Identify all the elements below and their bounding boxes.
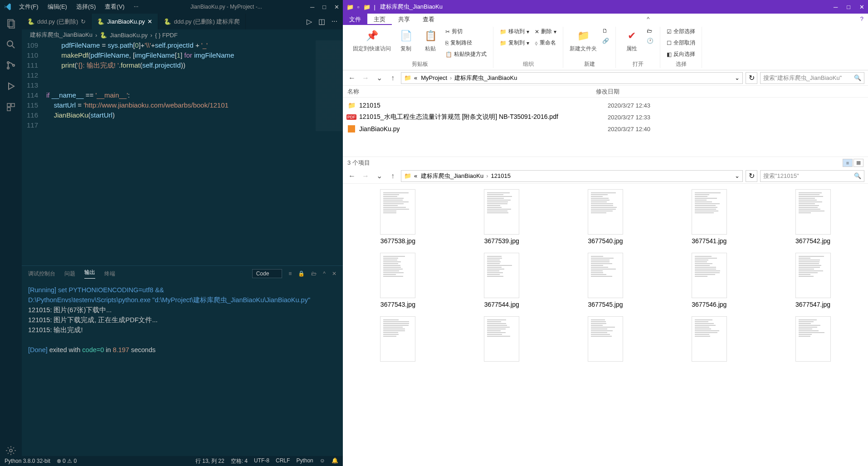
- crumb[interactable]: 建标库爬虫_JianBiaoKu: [454, 74, 518, 82]
- explorer-icon[interactable]: [5, 18, 16, 29]
- thumbnail-item[interactable]: 3677543.jpg: [348, 253, 448, 308]
- close-icon[interactable]: ✕: [334, 4, 339, 10]
- status-ln-col[interactable]: 行 13, 列 22: [195, 457, 224, 465]
- copy-button[interactable]: 📄复制: [395, 27, 417, 54]
- breadcrumb[interactable]: 建标库爬虫_JianBiaoKu› 🐍JianBiaoKu.py› { } FP…: [22, 29, 343, 40]
- paste-button[interactable]: 📋粘贴: [419, 27, 442, 54]
- nav-up-icon[interactable]: ↑: [387, 171, 398, 181]
- status-eol[interactable]: CRLF: [276, 457, 290, 465]
- col-name[interactable]: 名称: [347, 88, 596, 96]
- status-encoding[interactable]: UTF-8: [254, 457, 269, 465]
- view-details-icon[interactable]: ≡: [843, 159, 853, 167]
- thumbnail-item[interactable]: [763, 316, 863, 362]
- quick-icon[interactable]: ▫: [357, 4, 360, 10]
- status-feedback-icon[interactable]: ☺: [320, 457, 325, 465]
- selectnone-button[interactable]: ☐ 全部取消: [665, 38, 697, 48]
- maximize-icon[interactable]: □: [847, 4, 850, 10]
- pin-button[interactable]: 📌固定到快速访问: [351, 27, 393, 54]
- rename-button[interactable]: ⎀ 重命名: [533, 38, 558, 48]
- thumbnail-item[interactable]: 3677546.jpg: [659, 253, 759, 308]
- status-lang[interactable]: Python: [296, 457, 313, 465]
- search-box[interactable]: 搜索"121015"🔍: [760, 170, 864, 182]
- tab-close-icon[interactable]: ✕: [147, 18, 152, 25]
- copypath-button[interactable]: ⎘ 复制路径: [444, 38, 488, 48]
- nav-back-icon[interactable]: ←: [346, 73, 357, 83]
- thumbnail-item[interactable]: 3677544.jpg: [452, 253, 551, 308]
- search-box[interactable]: 搜索"建标库爬虫_JianBiaoKu"🔍: [760, 72, 864, 84]
- path-dropdown-icon[interactable]: ⌄: [735, 172, 740, 179]
- panel-tab-output[interactable]: 输出: [84, 269, 95, 279]
- menu-more[interactable]: ···: [130, 1, 142, 13]
- crumb[interactable]: «: [413, 74, 418, 81]
- cut-button[interactable]: ✂ 剪切: [444, 27, 488, 36]
- file-list[interactable]: 📁1210152020/3/27 12:43PDF121015_水电工程生态流量…: [343, 98, 868, 157]
- output-channel-select[interactable]: Code: [252, 269, 283, 278]
- col-date[interactable]: 修改日期: [596, 88, 619, 96]
- column-headers[interactable]: 名称 修改日期: [343, 86, 868, 98]
- menu-file[interactable]: 文件(F): [15, 1, 42, 13]
- newitem-button[interactable]: 🗋: [600, 27, 611, 35]
- crumb[interactable]: «: [413, 172, 418, 179]
- newfolder-button[interactable]: 📁新建文件夹: [568, 27, 599, 54]
- minimize-icon[interactable]: ─: [310, 4, 314, 10]
- tab-ddd2[interactable]: 🐍ddd.py (已删除) 建标库爬: [158, 14, 246, 29]
- source-control-icon[interactable]: [5, 60, 16, 71]
- ribbon-help-icon[interactable]: ?: [856, 14, 868, 25]
- nav-history-icon[interactable]: ⌄: [374, 73, 385, 83]
- ribbon-tab-view[interactable]: 查看: [416, 14, 441, 25]
- crumb[interactable]: { } FPDF: [155, 32, 178, 39]
- history-button[interactable]: 🕐: [645, 37, 655, 45]
- file-row[interactable]: JianBiaoKu.py2020/3/27 12:40: [343, 123, 868, 135]
- close-icon[interactable]: ✕: [859, 4, 864, 10]
- panel-tab-problems[interactable]: 问题: [64, 270, 75, 278]
- nav-forward-icon[interactable]: →: [360, 171, 371, 181]
- thumbnail-item[interactable]: 3677540.jpg: [556, 189, 655, 245]
- delete-button[interactable]: ✕ 删除 ▾: [533, 27, 558, 36]
- search-icon[interactable]: [5, 39, 16, 50]
- code-content[interactable]: pdfFileName = sys.path[0]+'\\'+self.proj…: [46, 40, 343, 265]
- refresh-icon[interactable]: ↻: [746, 170, 757, 182]
- open-button[interactable]: 🗁: [645, 27, 655, 35]
- crumb[interactable]: 121015: [490, 172, 512, 179]
- thumbnail-item[interactable]: 3677547.jpg: [763, 253, 863, 308]
- ribbon-tab-file[interactable]: 文件: [343, 14, 367, 25]
- invertselect-button[interactable]: ◧ 反向选择: [665, 49, 697, 59]
- settings-gear-icon[interactable]: [5, 445, 16, 456]
- status-problems[interactable]: ⊗ 0 ⚠ 0: [57, 458, 77, 464]
- debug-icon[interactable]: [5, 81, 16, 92]
- menu-edit[interactable]: 编辑(E): [44, 1, 71, 13]
- path-dropdown-icon[interactable]: ⌄: [735, 74, 740, 81]
- selectall-button[interactable]: ☑ 全部选择: [665, 27, 697, 36]
- ribbon-collapse-icon[interactable]: ^: [642, 14, 654, 25]
- thumbnail-item[interactable]: [556, 316, 655, 362]
- status-python[interactable]: Python 3.8.0 32-bit: [5, 458, 50, 464]
- close-panel-icon[interactable]: ✕: [332, 270, 336, 277]
- thumbnail-item[interactable]: [348, 316, 448, 362]
- thumbnail-item[interactable]: 3677541.jpg: [659, 189, 759, 245]
- nav-up-icon[interactable]: ↑: [387, 73, 398, 83]
- thumbnail-grid[interactable]: 3677538.jpg3677539.jpg3677540.jpg3677541…: [343, 184, 868, 466]
- thumbnail-item[interactable]: [452, 316, 551, 362]
- thumbnail-item[interactable]: [659, 316, 759, 362]
- pasteshortcut-button[interactable]: 📋 粘贴快捷方式: [444, 49, 488, 59]
- more-icon[interactable]: ···: [332, 17, 337, 26]
- tab-jianbiaoku[interactable]: 🐍JianBiaoKu.py✕: [92, 14, 158, 29]
- nav-forward-icon[interactable]: →: [360, 73, 371, 83]
- status-bell-icon[interactable]: 🔔: [332, 457, 338, 465]
- thumbnail-item[interactable]: 3677538.jpg: [348, 189, 448, 245]
- view-icons-icon[interactable]: ▦: [853, 159, 863, 167]
- properties-button[interactable]: ✔属性: [620, 27, 643, 54]
- ribbon-tab-share[interactable]: 共享: [392, 14, 416, 25]
- file-row[interactable]: PDF121015_水电工程生态流量计算规范 [附条文说明] NB-T35091…: [343, 111, 868, 123]
- tab-ddd1[interactable]: 🐍ddd.py (已删除)↻: [22, 14, 92, 29]
- nav-history-icon[interactable]: ⌄: [374, 171, 385, 181]
- moveto-button[interactable]: 📁 移动到 ▾: [498, 27, 531, 36]
- refresh-icon[interactable]: ↻: [746, 72, 757, 84]
- address-path[interactable]: 📁 « 建标库爬虫_JianBiaoKu› 121015 ⌄: [401, 170, 743, 182]
- copyto-button[interactable]: 📁 复制到 ▾: [498, 38, 531, 48]
- address-path[interactable]: 📁 « MyProject› 建标库爬虫_JianBiaoKu ⌄: [401, 72, 743, 84]
- run-icon[interactable]: ▷: [307, 17, 312, 26]
- panel-tab-debug[interactable]: 调试控制台: [28, 270, 55, 278]
- panel-tab-terminal[interactable]: 终端: [104, 270, 115, 278]
- file-row[interactable]: 📁1210152020/3/27 12:43: [343, 99, 868, 111]
